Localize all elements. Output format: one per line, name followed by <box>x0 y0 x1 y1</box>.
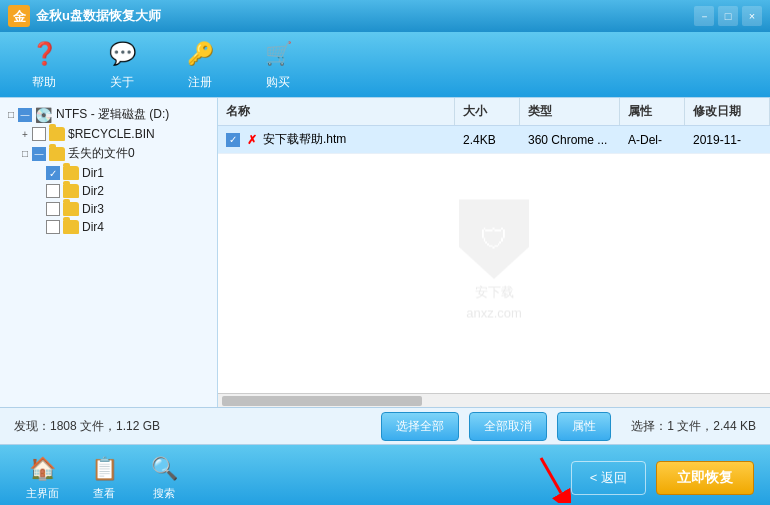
file-attr: A-Del- <box>620 128 685 152</box>
tree-item-dir4[interactable]: Dir4 <box>4 218 213 236</box>
tree-label-lost: 丢失的文件0 <box>68 145 135 162</box>
tree-item-root[interactable]: □ 💽 NTFS - 逻辑磁盘 (D:) <box>4 104 213 125</box>
scan-label: 查看 <box>93 486 115 501</box>
tree-item-dir2[interactable]: Dir2 <box>4 182 213 200</box>
scrollbar-thumb[interactable] <box>222 396 422 406</box>
bottom-right: < 返回 立即恢复 <box>511 453 754 503</box>
app-logo: 金 <box>8 5 30 27</box>
toolbar-buy[interactable]: 🛒 购买 <box>254 34 302 95</box>
tree-label-dir3: Dir3 <box>82 202 104 216</box>
folder-icon-recycle <box>49 127 65 141</box>
deselect-all-button[interactable]: 全部取消 <box>469 412 547 441</box>
app-title: 金秋u盘数据恢复大师 <box>36 7 694 25</box>
back-button[interactable]: < 返回 <box>571 461 646 495</box>
col-header-name: 名称 <box>218 98 455 125</box>
found-status: 发现：1808 文件，1.12 GB <box>14 418 371 435</box>
watermark: 🛡 安下载 anxz.com <box>459 199 529 320</box>
folder-icon-dir1 <box>63 166 79 180</box>
tree-label-dir4: Dir4 <box>82 220 104 234</box>
help-icon: ❓ <box>28 38 60 70</box>
status-bar: 发现：1808 文件，1.12 GB 选择全部 全部取消 属性 选择：1 文件，… <box>0 407 770 445</box>
select-all-button[interactable]: 选择全部 <box>381 412 459 441</box>
about-label: 关于 <box>110 74 134 91</box>
toolbar: ❓ 帮助 💬 关于 🔑 注册 🛒 购买 <box>0 32 770 97</box>
expander-lost: □ <box>18 148 32 159</box>
file-date: 2019-11- <box>685 128 770 152</box>
svg-line-3 <box>541 458 561 493</box>
col-header-attr: 属性 <box>620 98 685 125</box>
close-button[interactable]: × <box>742 6 762 26</box>
file-name: 安下载帮助.htm <box>263 131 346 148</box>
svg-text:金: 金 <box>12 9 27 24</box>
tree-panel[interactable]: □ 💽 NTFS - 逻辑磁盘 (D:) + $RECYCLE.BIN □ 丢失… <box>0 98 218 407</box>
checkbox-dir4[interactable] <box>46 220 60 234</box>
folder-icon-dir3 <box>63 202 79 216</box>
tree-label-dir2: Dir2 <box>82 184 104 198</box>
watermark-shield: 🛡 <box>459 199 529 279</box>
register-label: 注册 <box>188 74 212 91</box>
tree-label-recycle: $RECYCLE.BIN <box>68 127 155 141</box>
nav-search[interactable]: 🔍 搜索 <box>139 451 189 505</box>
file-type: 360 Chrome ... <box>520 128 620 152</box>
file-size: 2.4KB <box>455 128 520 152</box>
scan-icon: 📋 <box>89 455 119 483</box>
deleted-icon: ✗ <box>247 133 257 147</box>
tree-label-root: NTFS - 逻辑磁盘 (D:) <box>56 106 169 123</box>
about-icon: 💬 <box>106 38 138 70</box>
home-label: 主界面 <box>26 486 59 501</box>
folder-icon-lost <box>49 147 65 161</box>
file-table-body: ✗ 安下载帮助.htm 2.4KB 360 Chrome ... A-Del- … <box>218 126 770 393</box>
checkbox-lost[interactable] <box>32 147 46 161</box>
tree-item-lost[interactable]: □ 丢失的文件0 <box>4 143 213 164</box>
file-checkbox[interactable] <box>226 133 240 147</box>
table-row[interactable]: ✗ 安下载帮助.htm 2.4KB 360 Chrome ... A-Del- … <box>218 126 770 154</box>
checkbox-recycle[interactable] <box>32 127 46 141</box>
folder-icon-dir4 <box>63 220 79 234</box>
tree-item-recycle[interactable]: + $RECYCLE.BIN <box>4 125 213 143</box>
toolbar-register[interactable]: 🔑 注册 <box>176 34 224 95</box>
selected-info: 选择：1 文件，2.44 KB <box>631 418 756 435</box>
tree-label-dir1: Dir1 <box>82 166 104 180</box>
tree-item-dir1[interactable]: Dir1 <box>4 164 213 182</box>
file-table-header: 名称 大小 类型 属性 修改日期 <box>218 98 770 126</box>
col-header-date: 修改日期 <box>685 98 770 125</box>
file-panel: 名称 大小 类型 属性 修改日期 ✗ 安下载帮助.htm 2.4KB 360 C… <box>218 98 770 407</box>
buy-icon: 🛒 <box>262 38 294 70</box>
nav-items: 🏠 主界面 📋 查看 🔍 搜索 <box>16 451 189 505</box>
main-content: □ 💽 NTFS - 逻辑磁盘 (D:) + $RECYCLE.BIN □ 丢失… <box>0 97 770 407</box>
watermark-subtext: anxz.com <box>466 305 522 320</box>
nav-home[interactable]: 🏠 主界面 <box>16 451 69 505</box>
file-scrollbar[interactable] <box>218 393 770 407</box>
col-header-size: 大小 <box>455 98 520 125</box>
help-label: 帮助 <box>32 74 56 91</box>
toolbar-help[interactable]: ❓ 帮助 <box>20 34 68 95</box>
folder-icon-dir2 <box>63 184 79 198</box>
file-row-name-col: ✗ 安下载帮助.htm <box>218 126 455 153</box>
checkbox-dir3[interactable] <box>46 202 60 216</box>
col-header-type: 类型 <box>520 98 620 125</box>
bottom-nav: 🏠 主界面 📋 查看 🔍 搜索 < 返回 立即恢复 <box>0 445 770 505</box>
title-bar: 金 金秋u盘数据恢复大师 － □ × <box>0 0 770 32</box>
home-icon: 🏠 <box>28 455 58 483</box>
red-arrow-svg <box>511 453 571 503</box>
search-icon: 🔍 <box>149 455 179 483</box>
expander-root: □ <box>4 109 18 120</box>
expander-recycle: + <box>18 129 32 140</box>
checkbox-root[interactable] <box>18 108 32 122</box>
register-icon: 🔑 <box>184 38 216 70</box>
maximize-button[interactable]: □ <box>718 6 738 26</box>
checkbox-dir1[interactable] <box>46 166 60 180</box>
properties-button[interactable]: 属性 <box>557 412 611 441</box>
minimize-button[interactable]: － <box>694 6 714 26</box>
nav-scan[interactable]: 📋 查看 <box>79 451 129 505</box>
toolbar-about[interactable]: 💬 关于 <box>98 34 146 95</box>
search-label: 搜索 <box>153 486 175 501</box>
tree-item-dir3[interactable]: Dir3 <box>4 200 213 218</box>
buy-label: 购买 <box>266 74 290 91</box>
recover-button[interactable]: 立即恢复 <box>656 461 754 495</box>
watermark-text: 安下载 <box>475 283 514 301</box>
hdd-icon: 💽 <box>35 107 52 123</box>
checkbox-dir2[interactable] <box>46 184 60 198</box>
window-controls: － □ × <box>694 6 762 26</box>
